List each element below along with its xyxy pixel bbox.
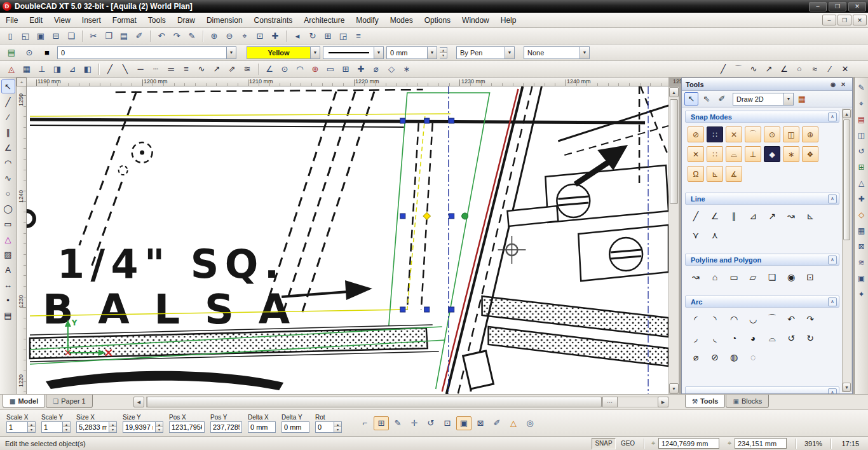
eye-icon[interactable]: ⊙ [22,46,36,59]
pen-icon[interactable]: ✎ [185,29,199,43]
fork-up-icon[interactable]: ⋎ [688,228,704,243]
circled-dot-icon[interactable]: ◉ [783,269,799,285]
ellipse-tool[interactable]: ◯ [1,201,15,215]
image-tool[interactable]: ▤ [1,308,15,322]
stacked-squares-icon[interactable]: ❏ [764,269,780,285]
arrow-icon[interactable]: ↗ [762,62,776,76]
menu-view[interactable]: View [48,13,76,27]
boxed-dot-icon[interactable]: ⊡ [802,269,818,285]
snap-angle-icon[interactable]: ∡ [726,166,742,182]
waves-icon[interactable]: ≋ [855,256,867,269]
angle2-icon[interactable]: ∠ [777,62,791,76]
cut-icon[interactable]: ✂ [86,29,100,43]
rotate-icon[interactable]: ↺ [423,416,438,430]
slashed-circle-icon[interactable]: ⊘ [707,350,723,365]
pos-x-input[interactable] [169,421,205,433]
style-brush-tool[interactable]: ✐ [715,92,729,106]
size-x-spinner[interactable]: ▴▾ [109,421,117,433]
mdi-close-button[interactable]: ✕ [853,15,867,25]
plan-drawing-svg[interactable]: 1/4" SQ. BALSA Y [27,86,668,394]
menu-edit[interactable]: Edit [24,13,48,27]
rotate-cw-icon[interactable]: ↻ [802,331,818,346]
triangle-icon[interactable]: △ [855,176,867,189]
splitter-grip[interactable]: ⋯ [602,397,618,407]
menu-modify[interactable]: Modify [350,13,384,27]
triangle-line-icon[interactable]: ⊿ [745,208,761,224]
redo-icon[interactable]: ↷ [170,29,184,43]
circle-tool[interactable]: ○ [1,186,15,200]
size-y-spinner[interactable]: ▴▾ [156,421,163,433]
mode-dropdown-icon[interactable]: ▼ [783,93,793,105]
slash-icon[interactable]: ∕ [823,62,837,76]
boxed-x-icon[interactable]: ⊠ [855,240,867,253]
arc-thin-icon[interactable]: ⌒ [731,62,745,76]
scroll-up-icon[interactable]: ▲ [669,87,679,97]
zoom-window-icon[interactable]: ⌖ [238,29,252,43]
arc-ccw-icon[interactable]: ↶ [783,311,799,327]
tab-paper-1[interactable]: ❏ Paper 1 [46,395,93,408]
frame-icon[interactable]: ▣ [456,416,471,430]
layer-combo[interactable]: 0 ▼ [57,46,236,59]
diameter-icon[interactable]: ⌀ [688,350,704,365]
geo-toggle[interactable]: GEO [617,438,639,449]
menu-format[interactable]: Format [107,13,142,27]
scale-y-spinner[interactable]: ▴▾ [63,421,71,433]
open-folder-icon[interactable]: ◱ [18,29,32,43]
fill-dropdown-icon[interactable]: ▼ [580,47,589,58]
hatch-tool[interactable]: ▨ [1,247,15,261]
menu-draw[interactable]: Draw [172,13,201,27]
color-combo[interactable]: Yellow ▼ [247,46,320,59]
plus-icon[interactable]: ✚ [855,192,867,205]
magnetic-point-icon[interactable]: Ω [688,166,704,182]
menu-modes[interactable]: Modes [384,13,419,27]
size-x-input[interactable] [76,421,109,433]
section-header-polyline[interactable]: Polyline and Polygon ∧ [685,254,839,266]
new-file-icon[interactable]: ▯ [3,29,17,43]
section-header-snap-modes[interactable]: Snap Modes ∧ [685,111,839,123]
scrollbar-thumb[interactable] [670,99,678,204]
snap-nearest-icon[interactable]: ⌓ [726,146,742,162]
waves-icon[interactable]: ≋ [240,62,254,76]
pencil-icon[interactable]: ✎ [855,81,867,94]
move-icon[interactable]: ✛ [407,416,422,430]
zoom-level[interactable]: 391% [800,440,827,447]
menu-insert[interactable]: Insert [76,13,107,27]
tab-blocks[interactable]: ▣ Blocks [726,395,769,408]
menu-dimension[interactable]: Dimension [201,13,248,27]
menu-tools[interactable]: Tools [142,13,172,27]
save-icon[interactable]: ▣ [34,29,48,43]
pan-icon[interactable]: ✚ [268,29,282,43]
grid-cells-icon[interactable]: ▦ [20,62,34,76]
properties-icon[interactable]: ≡ [351,29,365,43]
boxed-x-icon[interactable]: ⊠ [473,416,488,430]
close-button[interactable]: ✕ [848,2,866,11]
diameter-icon[interactable]: ⌀ [369,62,383,76]
rotate-icon[interactable]: ↺ [855,144,867,158]
text-tool[interactable]: A [1,262,15,276]
curve-icon[interactable]: ∿ [747,62,761,76]
delta-y-input[interactable] [281,421,309,433]
snap-intersection-icon[interactable]: ⊕ [802,126,818,142]
zoom-in-icon[interactable]: ⊕ [207,29,221,43]
scale-y-input[interactable] [41,421,63,433]
thin-line-icon[interactable]: ╱ [716,62,730,76]
snap-grid-point-icon[interactable]: ∷ [707,146,723,162]
tab-model[interactable]: ▦ Model [3,395,45,408]
pen-dropdown-icon[interactable]: ▼ [505,47,514,58]
polyline-tool[interactable]: ∠ [1,140,15,154]
line-style-combo[interactable]: ▼ [323,46,384,59]
right-triangle-icon[interactable]: ⊿ [65,62,79,76]
line-width-spinner[interactable]: ▴▾ [440,47,447,58]
drawing-canvas[interactable]: 1/4" SQ. BALSA Y [27,86,668,394]
extents-icon[interactable]: ⊡ [440,416,455,430]
construction-line-tool[interactable]: ∕ [1,110,15,124]
plus-icon[interactable]: ✚ [354,62,368,76]
format-painter-icon[interactable]: ✐ [132,29,146,43]
shaded-circle-icon[interactable]: ◍ [726,350,742,365]
clipped-section-header[interactable]: ∧ [685,386,839,393]
menu-architecture[interactable]: Architecture [298,13,350,27]
dimension-tool[interactable]: ↔ [1,278,15,292]
snap-toggle[interactable]: SNAP [592,438,616,449]
pen-combo[interactable]: By Pen ▼ [456,46,515,59]
quarter-circle-icon[interactable]: ◔ [726,331,742,346]
